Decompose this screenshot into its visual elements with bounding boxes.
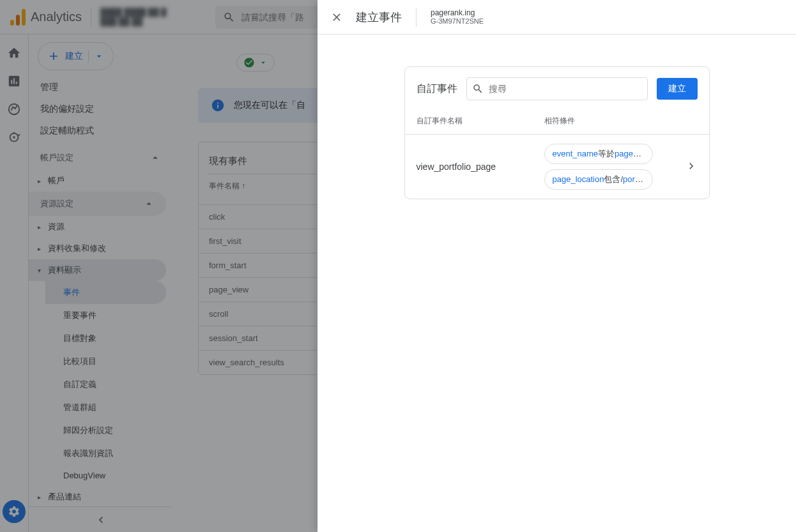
panel-title: 建立事件: [356, 10, 402, 25]
col-matching-conditions: 相符條件: [544, 116, 575, 126]
close-icon: [330, 11, 343, 24]
col-custom-event-name: 自訂事件名稱: [417, 116, 544, 126]
event-name-cell: view_portfolio_page: [417, 162, 538, 172]
event-search-field[interactable]: [466, 77, 648, 100]
panel-header: 建立事件 pagerank.ing G-3M97NT2SNE: [318, 0, 796, 34]
card-title: 自訂事件: [417, 82, 457, 96]
chevron-right-icon: [685, 160, 698, 174]
create-event-panel: 建立事件 pagerank.ing G-3M97NT2SNE 自訂事件 建立 自…: [318, 0, 796, 532]
event-search-input[interactable]: [489, 84, 642, 94]
condition-pill: event_name等於page_vie…: [544, 144, 653, 164]
close-button[interactable]: [329, 10, 344, 25]
panel-property-meta: pagerank.ing G-3M97NT2SNE: [431, 8, 484, 26]
condition-pill: page_location包含/portf…: [544, 169, 653, 190]
search-icon: [472, 82, 484, 95]
custom-events-card: 自訂事件 建立 自訂事件名稱 相符條件 view_portfolio_page …: [404, 66, 710, 199]
conditions-cell: event_name等於page_vie… page_location包含/po…: [544, 144, 678, 190]
custom-event-row[interactable]: view_portfolio_page event_name等於page_vie…: [405, 134, 709, 199]
create-event-button[interactable]: 建立: [657, 78, 698, 100]
